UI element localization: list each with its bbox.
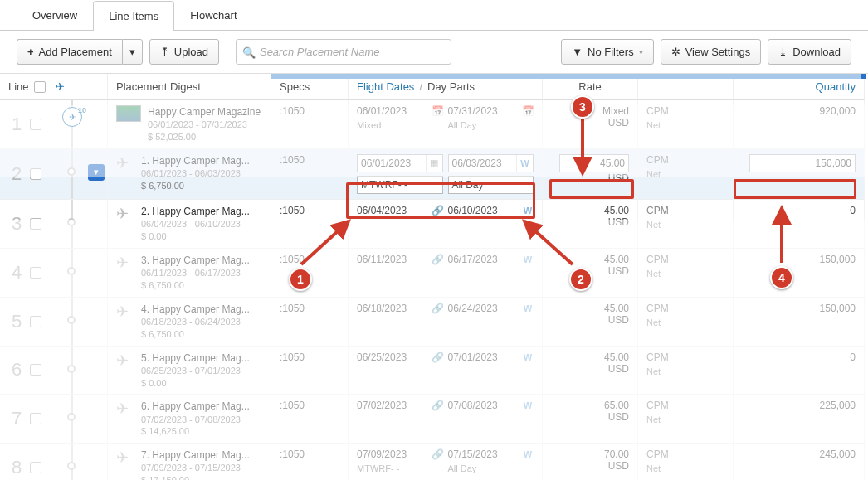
row-checkbox[interactable] [30, 462, 41, 473]
rate-cell[interactable]: 45.00 USD [543, 249, 638, 298]
search-input[interactable] [236, 39, 451, 65]
qty-cell[interactable]: 225,000 [734, 395, 865, 444]
edit-badge[interactable]: ▾ [88, 164, 105, 181]
digest-dates: 06/11/2023 - 06/17/2023 [141, 267, 250, 279]
week-icon[interactable]: W [516, 155, 533, 172]
rate-cell[interactable]: 45.00 USD [543, 200, 638, 249]
start-icon: 🔗 [432, 205, 443, 216]
view-settings-button[interactable]: ✲ View Settings [661, 39, 762, 65]
dates-cell[interactable]: 06/11/2023🔗 06/17/2023W [349, 249, 543, 298]
digest-cell[interactable]: ✈ 1. Happy Camper Mag... 06/01/2023 - 06… [108, 149, 271, 200]
row-checkbox[interactable] [30, 267, 41, 279]
upload-button[interactable]: ⤒ Upload [149, 39, 219, 65]
qty-cell[interactable]: 245,000 [734, 444, 865, 480]
parent-badge[interactable]: ✈10 [62, 107, 82, 127]
row-checkbox[interactable] [30, 316, 41, 327]
rate-cell[interactable]: 45.00 USD [543, 298, 638, 347]
dates-cell[interactable]: 07/09/2023🔗 07/15/2023W MTWRF- -All Day [349, 444, 543, 480]
currency: USD [551, 411, 629, 423]
line-number: 2 [8, 163, 25, 185]
dates-cell[interactable]: 07/02/2023🔗 07/08/2023W [349, 395, 543, 444]
dates-cell[interactable]: 06/04/2023🔗 06/10/2023W [349, 200, 543, 249]
rate-value: 65.00 [551, 400, 629, 411]
toolbar: + Add Placement ▾ ⤒ Upload 🔍 ▼ No Filter… [0, 31, 868, 74]
filters-button[interactable]: ▼ No Filters ▾ [561, 39, 654, 65]
qty-cell[interactable]: 150,000 [734, 249, 865, 298]
rate-cell[interactable]: 70.00 USD [543, 444, 638, 480]
rate-cell[interactable]: 45.00 USD [543, 149, 638, 200]
currency: USD [551, 265, 629, 277]
dates-cell[interactable]: 06/01/2023▦ 06/03/2023W MTWRF- - All Day [349, 149, 543, 200]
qty-value: 245,000 [820, 448, 856, 460]
row-checkbox[interactable] [30, 168, 41, 180]
qty-cell[interactable]: 150,000 [734, 149, 865, 200]
qty-value: 225,000 [820, 400, 856, 411]
currency: USD [551, 216, 629, 228]
start-date: 06/18/2023 [357, 303, 428, 314]
tab-line-items[interactable]: Line Items [93, 1, 174, 31]
tab-flowchart[interactable]: Flowchart [174, 0, 252, 30]
rate-cell[interactable]: 45.00 USD [543, 347, 638, 395]
start-date-input[interactable]: 06/01/2023▦ [357, 154, 443, 172]
rate-cell[interactable]: Mixed USD [543, 100, 638, 149]
digest-cell[interactable]: ✈ 5. Happy Camper Mag... 06/25/2023 - 07… [108, 347, 271, 395]
rate-cell[interactable]: 65.00 USD [543, 395, 638, 444]
rate-type: CPM [646, 352, 724, 363]
digest-cell[interactable]: ✈ 3. Happy Camper Mag... 06/11/2023 - 06… [108, 249, 271, 298]
specs-cell: :1050 [271, 100, 349, 149]
download-button[interactable]: ⤓ Download [768, 39, 851, 65]
qty-cell[interactable]: 150,000 [734, 298, 865, 347]
select-all-checkbox[interactable] [34, 81, 46, 93]
calendar-icon[interactable]: ▦ [426, 155, 442, 172]
tab-overview[interactable]: Overview [17, 0, 93, 30]
ratetype-cell: CPM Net [638, 347, 734, 395]
end-icon: W [522, 206, 534, 216]
download-icon: ⤓ [778, 46, 788, 58]
dates-cell[interactable]: 06/25/2023🔗 07/01/2023W [349, 347, 543, 395]
download-label: Download [792, 46, 841, 58]
ratetype-cell: CPM Net [638, 249, 734, 298]
rate-input[interactable]: 45.00 [559, 154, 629, 172]
specs-cell: :1050 [271, 249, 349, 298]
qty-input[interactable]: 150,000 [749, 154, 856, 172]
rate-type: CPM [646, 448, 724, 460]
digest-cell[interactable]: ✈ 6. Happy Camper Mag... 07/02/2023 - 07… [108, 395, 271, 444]
dates-cell[interactable]: 06/01/2023📅 07/31/2023📅 MixedAll Day [349, 100, 543, 149]
qty-cell[interactable]: 0 [734, 200, 865, 249]
day-part-input[interactable]: All Day [448, 176, 534, 194]
dates-cell[interactable]: 06/18/2023🔗 06/24/2023W [349, 298, 543, 347]
gear-icon: ✲ [671, 46, 680, 58]
row-checkbox[interactable] [30, 413, 41, 424]
ratetype-cell: CPM Net [638, 200, 734, 249]
row-checkbox[interactable] [30, 218, 41, 230]
qty-cell[interactable]: 920,000 [734, 100, 865, 149]
row-checkbox[interactable] [30, 364, 41, 376]
start-icon: 🔗 [432, 352, 443, 363]
digest-dates: 06/01/2023 - 06/03/2023 [141, 167, 250, 180]
rate-value: 45.00 [551, 303, 629, 314]
start-icon: 🔗 [432, 254, 443, 265]
add-placement-split: + Add Placement ▾ [17, 39, 143, 65]
digest-cell[interactable]: ✈ 2. Happy Camper Mag... 06/04/2023 - 06… [108, 200, 271, 249]
hdr-digest[interactable]: Placement Digest [108, 74, 271, 100]
plane-icon: ✈ [116, 352, 134, 390]
specs-cell: :1050 [271, 395, 349, 444]
digest-cell[interactable]: ✈ 4. Happy Camper Mag... 06/18/2023 - 06… [108, 298, 271, 347]
add-placement-dropdown[interactable]: ▾ [122, 39, 143, 65]
separator: / [419, 80, 422, 93]
qty-cell[interactable]: 0 [734, 347, 865, 395]
digest-cell[interactable]: ✈ 7. Happy Camper Mag... 07/09/2023 - 07… [108, 444, 271, 480]
digest-dates: 06/18/2023 - 06/24/2023 [141, 316, 250, 328]
end-date-input[interactable]: 06/03/2023W [448, 154, 534, 172]
digest-amount: $ 52,025.00 [148, 131, 261, 143]
end-date: 07/01/2023 [448, 352, 519, 363]
row-checkbox[interactable] [30, 119, 41, 130]
line-cell: 6 [0, 347, 108, 395]
day-pattern-input[interactable]: MTWRF- - [357, 176, 443, 194]
start-date: 07/09/2023 [357, 448, 428, 460]
end-date: 06/17/2023 [448, 254, 519, 265]
specs-cell: :1050 [271, 347, 349, 395]
digest-cell[interactable]: Happy Camper Magazine 06/01/2023 - 07/31… [108, 100, 271, 149]
hdr-line[interactable]: Line ✈ [0, 74, 108, 100]
add-placement-button[interactable]: + Add Placement [17, 39, 122, 65]
